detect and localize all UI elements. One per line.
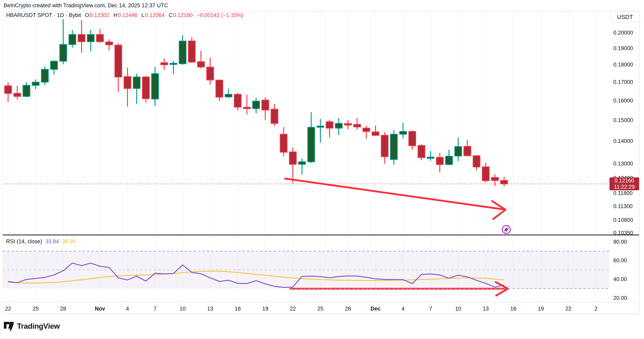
candle[interactable]	[115, 44, 122, 92]
candle[interactable]	[198, 51, 204, 69]
candle[interactable]	[372, 125, 379, 136]
candle[interactable]	[262, 97, 269, 120]
candle-body	[381, 135, 388, 157]
candle-body	[308, 127, 315, 162]
candle-body	[96, 35, 103, 42]
candle[interactable]	[96, 29, 103, 43]
rsi-axis-label: 60.00	[613, 257, 627, 263]
candle[interactable]	[51, 60, 58, 75]
candle[interactable]	[142, 76, 150, 103]
time-axis-label: 4	[402, 306, 404, 312]
candle[interactable]	[161, 58, 168, 70]
price-axis-label: 0.13000	[613, 161, 633, 167]
candle[interactable]	[179, 35, 186, 65]
price-axis-label: 0.19000	[613, 45, 633, 51]
candle[interactable]	[464, 140, 471, 156]
candle[interactable]	[492, 174, 498, 186]
low-value: 0.12064	[145, 12, 165, 18]
candle-body	[133, 77, 140, 89]
candle[interactable]	[446, 150, 452, 165]
chart-canvas[interactable]: 0.200000.190000.180000.170000.160000.150…	[0, 0, 644, 339]
candle[interactable]	[88, 30, 94, 52]
candle-body	[418, 145, 425, 158]
candle[interactable]	[280, 127, 287, 156]
candle[interactable]	[501, 177, 508, 186]
candle[interactable]	[436, 153, 443, 172]
price-axis-label: 0.17000	[613, 79, 633, 85]
candle[interactable]	[381, 132, 388, 164]
candle-body	[280, 134, 287, 152]
candle-body	[400, 132, 406, 134]
candle[interactable]	[482, 163, 489, 182]
symbol-title[interactable]: HBARUSDT SPOT · 1D · Bybit	[6, 12, 81, 18]
candle[interactable]	[234, 93, 241, 110]
candle[interactable]	[152, 67, 158, 106]
candle[interactable]	[455, 137, 462, 161]
candle-body	[492, 178, 498, 181]
candle-body	[409, 132, 416, 146]
candle[interactable]	[207, 58, 214, 85]
currency-toggle-button[interactable]: USDT	[610, 11, 640, 23]
candle[interactable]	[188, 37, 195, 63]
candle[interactable]	[14, 86, 21, 99]
candle-body	[161, 63, 168, 65]
candle[interactable]	[60, 20, 66, 64]
time-axis-label: 16	[234, 306, 241, 312]
rsi-legend-title[interactable]: RSI (14, close)	[6, 238, 42, 245]
candle[interactable]	[317, 119, 324, 143]
candle-body	[106, 42, 113, 45]
candle[interactable]	[363, 126, 370, 139]
candle[interactable]	[344, 120, 352, 129]
lightning-marker-icon[interactable]	[502, 225, 510, 233]
rsi-ma-current-value: 39.30	[62, 238, 76, 245]
main_arrow-shaft	[285, 179, 503, 209]
time-axis-label: 25	[32, 306, 38, 312]
candle-body	[326, 122, 333, 128]
candle[interactable]	[298, 159, 306, 175]
time-axis-label: 13	[483, 306, 489, 312]
time-axis-labels[interactable]: 222528Nov4710131619222528Dec471013161922…	[5, 306, 598, 312]
candle[interactable]	[69, 30, 76, 48]
candle[interactable]	[32, 79, 39, 89]
candle[interactable]	[106, 39, 113, 51]
candle[interactable]	[133, 74, 140, 104]
candle[interactable]	[42, 67, 48, 85]
candle[interactable]	[400, 123, 406, 139]
candle[interactable]	[271, 104, 278, 126]
candle[interactable]	[326, 120, 333, 138]
candle[interactable]	[390, 130, 397, 165]
candlestick-series[interactable]	[5, 20, 508, 186]
candle[interactable]	[216, 80, 223, 101]
rsi-axis-labels[interactable]: 80.0060.0040.0020.00	[613, 239, 627, 301]
candle[interactable]	[473, 155, 480, 170]
candle-body	[32, 82, 39, 85]
candle-body	[142, 77, 150, 99]
candle[interactable]	[124, 68, 131, 107]
candle[interactable]	[5, 82, 12, 102]
time-axis-label: 28	[345, 306, 351, 312]
candle[interactable]	[253, 98, 260, 113]
candle[interactable]	[23, 82, 30, 97]
candle[interactable]	[290, 147, 296, 183]
candle[interactable]	[78, 20, 85, 53]
candle[interactable]	[308, 112, 315, 163]
candle[interactable]	[418, 144, 425, 160]
candle[interactable]	[427, 151, 434, 161]
candle-body	[290, 152, 296, 164]
candle[interactable]	[225, 89, 232, 98]
candle-body	[225, 94, 232, 97]
candle[interactable]	[244, 95, 250, 115]
price-axis-label: 0.11300	[613, 203, 633, 209]
candle[interactable]	[170, 61, 177, 74]
price-axis-labels[interactable]: 0.200000.190000.180000.170000.160000.150…	[613, 30, 633, 236]
candle[interactable]	[354, 118, 360, 130]
candle-body	[244, 107, 250, 109]
time-axis-label: 22	[290, 306, 296, 312]
time-axis-label: 7	[429, 306, 432, 312]
tradingview-logo[interactable]: TradingView	[4, 322, 60, 331]
rsi-axis-label: 40.00	[613, 276, 627, 282]
candle-body	[354, 124, 360, 127]
candle[interactable]	[335, 118, 342, 135]
tradingview-logo-icon	[4, 322, 14, 331]
candle[interactable]	[409, 131, 416, 150]
